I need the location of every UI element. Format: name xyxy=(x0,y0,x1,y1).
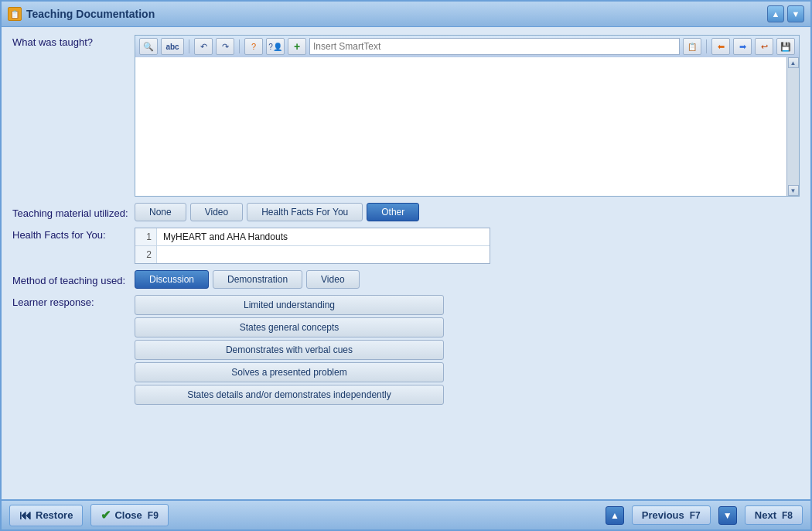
window-title: Teaching Documentation xyxy=(26,8,155,20)
health-facts-row-2: 2 xyxy=(135,246,490,263)
what-was-taught-textarea[interactable]: ▲ ▼ xyxy=(135,57,800,197)
help-btn[interactable]: ? xyxy=(244,38,263,55)
editor-toolbar: 🔍 abc ↶ ↷ ? ?👤 + 📋 ⬅ ➡ ↩ 💾 xyxy=(135,35,800,57)
method-demonstration-btn[interactable]: Demonstration xyxy=(213,270,302,289)
material-health-facts-btn[interactable]: Health Facts For You xyxy=(247,203,363,221)
health-facts-label: Health Facts for You: xyxy=(12,228,128,241)
learner-buttons-group: Limited understanding States general con… xyxy=(135,295,444,405)
hf-num-1: 1 xyxy=(135,228,157,245)
redo-btn[interactable]: ↷ xyxy=(216,38,234,55)
next-fkey: F8 xyxy=(782,510,793,521)
title-down-btn[interactable]: ▼ xyxy=(787,5,804,22)
save-btn[interactable]: 💾 xyxy=(776,38,795,55)
bottom-right: ▲ Previous F7 ▼ Next F8 xyxy=(606,505,803,525)
learner-demonstrates-verbal-btn[interactable]: Demonstrates with verbal cues xyxy=(135,340,444,360)
close-label: Close xyxy=(114,509,142,521)
health-facts-row: Health Facts for You: 1 MyHEART and AHA … xyxy=(12,228,800,264)
zoom-btn[interactable]: 🔍 xyxy=(139,38,158,55)
learner-solves-problem-btn[interactable]: Solves a presented problem xyxy=(135,362,444,382)
toolbar-sep-2 xyxy=(239,39,240,53)
content-area: What was taught? 🔍 abc ↶ ↷ ? ?👤 + 📋 ⬅ xyxy=(2,27,810,499)
next-label: Next xyxy=(755,509,776,521)
hf-num-2: 2 xyxy=(135,246,157,263)
material-other-btn[interactable]: Other xyxy=(367,203,419,221)
learner-label: Learner response: xyxy=(12,295,128,308)
method-buttons-group: Discussion Demonstration Video xyxy=(135,270,360,289)
teaching-material-label: Teaching material utilized: xyxy=(12,206,128,219)
method-row: Method of teaching used: Discussion Demo… xyxy=(12,270,800,289)
teaching-material-row: Teaching material utilized: None Video H… xyxy=(12,203,800,221)
method-video-btn[interactable]: Video xyxy=(306,270,359,289)
previous-fkey: F7 xyxy=(690,510,701,521)
method-discussion-btn[interactable]: Discussion xyxy=(135,270,209,289)
close-checkmark-icon: ✔ xyxy=(101,508,111,522)
hf-text-1[interactable]: MyHEART and AHA Handouts xyxy=(157,228,490,245)
health-facts-table: 1 MyHEART and AHA Handouts 2 xyxy=(135,228,490,264)
material-buttons-group: None Video Health Facts For You Other xyxy=(135,203,419,221)
previous-btn[interactable]: Previous F7 xyxy=(632,505,711,525)
toolbar-sep-1 xyxy=(189,39,189,53)
user-help-btn[interactable]: ?👤 xyxy=(266,38,285,55)
back-btn[interactable]: ↩ xyxy=(755,38,773,55)
method-label: Method of teaching used: xyxy=(12,273,128,286)
learner-limited-btn[interactable]: Limited understanding xyxy=(135,295,444,315)
scroll-down-btn[interactable]: ▼ xyxy=(788,185,799,196)
add-btn[interactable]: + xyxy=(288,38,306,55)
previous-label: Previous xyxy=(642,509,684,521)
next-arrow-btn[interactable]: ▼ xyxy=(718,506,737,525)
scroll-up-btn[interactable]: ▲ xyxy=(788,57,799,68)
title-bar: 📋 Teaching Documentation ▲ ▼ xyxy=(2,2,810,27)
undo-btn[interactable]: ↶ xyxy=(194,38,213,55)
close-btn[interactable]: ✔ Close F9 xyxy=(90,504,168,526)
smarttext-input[interactable] xyxy=(309,38,680,55)
title-bar-controls: ▲ ▼ xyxy=(767,5,804,22)
learner-row: Learner response: Limited understanding … xyxy=(12,295,800,405)
restore-btn[interactable]: ⏮ Restore xyxy=(9,505,83,526)
title-bar-left: 📋 Teaching Documentation xyxy=(8,7,155,21)
material-none-btn[interactable]: None xyxy=(135,203,186,221)
textarea-scrollbar[interactable]: ▲ ▼ xyxy=(786,57,799,196)
learner-states-details-btn[interactable]: States details and/or demonstrates indep… xyxy=(135,385,444,405)
nav-right-btn[interactable]: ➡ xyxy=(733,38,752,55)
health-facts-row-1: 1 MyHEART and AHA Handouts xyxy=(135,228,490,246)
what-was-taught-label: What was taught? xyxy=(12,35,128,48)
nav-left-btn[interactable]: ⬅ xyxy=(711,38,730,55)
next-btn[interactable]: Next F8 xyxy=(745,505,803,525)
bottom-bar: ⏮ Restore ✔ Close F9 ▲ Previous F7 ▼ Nex… xyxy=(2,499,810,529)
restore-label: Restore xyxy=(36,509,73,521)
restore-icon: ⏮ xyxy=(19,509,32,522)
material-video-btn[interactable]: Video xyxy=(190,203,243,221)
learner-states-general-btn[interactable]: States general concepts xyxy=(135,317,444,337)
toolbar-sep-3 xyxy=(706,39,707,53)
copy-btn[interactable]: 📋 xyxy=(683,38,701,55)
window-icon: 📋 xyxy=(8,7,22,21)
main-window: 📋 Teaching Documentation ▲ ▼ What was ta… xyxy=(0,0,812,531)
editor-section: 🔍 abc ↶ ↷ ? ?👤 + 📋 ⬅ ➡ ↩ 💾 xyxy=(135,35,800,197)
close-fkey: F9 xyxy=(148,510,159,521)
hf-text-2[interactable] xyxy=(157,246,490,263)
what-was-taught-row: What was taught? 🔍 abc ↶ ↷ ? ?👤 + 📋 ⬅ xyxy=(12,35,800,197)
bottom-left: ⏮ Restore ✔ Close F9 xyxy=(9,504,169,526)
previous-arrow-btn[interactable]: ▲ xyxy=(606,506,624,525)
spell-btn[interactable]: abc xyxy=(161,38,184,55)
title-up-btn[interactable]: ▲ xyxy=(767,5,784,22)
